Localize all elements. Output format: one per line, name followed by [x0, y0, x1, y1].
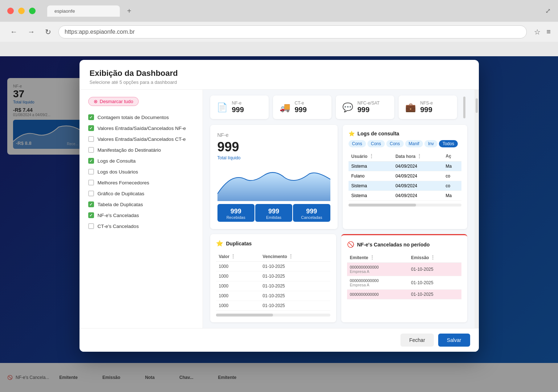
dup-row-2: 1000 01-10-2025 [216, 271, 330, 281]
tab-todos[interactable]: Todos [439, 140, 458, 147]
nfe-widget-title: NF-e [217, 132, 330, 138]
fechar-button[interactable]: Fechar [400, 334, 434, 347]
log-row-2: Fulano 04/09/2024 co [349, 171, 461, 181]
cancel-row-1: 0000000000000Empresa A 01-10-2025 [347, 263, 461, 276]
checkbox-nfe-canceladas[interactable] [88, 212, 94, 218]
emitidas-bar: 999 Emitidas [255, 204, 292, 222]
logs-scrollbar[interactable] [349, 204, 461, 207]
modal-title: Exibição da Dashboard [90, 69, 469, 78]
checkbox-valores-nfe[interactable] [88, 125, 94, 131]
canceladas-title: NF-e's Canceladas no período [357, 242, 430, 248]
address-bar[interactable]: https:app.espiaonfe.com.br [58, 25, 527, 38]
stat-cte-info: CT-e 999 [295, 101, 307, 114]
log-data-2: 04/09/2024 [392, 171, 443, 181]
log-data-1: 04/09/2024 [392, 162, 443, 171]
checkbox-logs-usuarios[interactable] [88, 169, 94, 175]
nfe-chart-bottom: 999 Recebidas 999 Emitidas 999 Cancelada… [217, 204, 330, 222]
forward-button[interactable]: → [25, 26, 38, 37]
maximize-btn[interactable] [29, 8, 36, 14]
stat-nfe-info: NF-e 999 [232, 101, 244, 114]
duplicatas-star-icon: ⭐ [216, 240, 223, 247]
col-usuario: Usuário ⋮ [349, 151, 393, 162]
tab-manif[interactable]: Manif [405, 140, 423, 147]
option-nfe-canceladas-label: NF-e's Canceladas [98, 213, 139, 218]
deselect-label: Desmarcar tudo [100, 99, 133, 104]
option-valores-nfe: Valores Entrada/Saída/Cancelados NF-e [88, 123, 194, 134]
modal-scrollbar[interactable] [474, 90, 479, 328]
canceladas-table: Emitente ⋮ Emissão ⋮ 0000000000000Empres… [347, 252, 461, 299]
dup-venc-4: 01-10-2025 [260, 291, 330, 301]
log-row-4: Sistema 04/09/2024 Ma [349, 191, 461, 201]
option-grafico-dup: Gráfico de Duplicatas [88, 188, 194, 199]
option-cte-cancelados-label: CT-e's Cancelados [98, 224, 139, 229]
browser-tab[interactable]: espiaonfe [47, 5, 120, 17]
checkbox-contagem[interactable] [88, 114, 94, 120]
stat-nfcsat: 💬 NFC-e/SAT 999 [336, 95, 394, 119]
checkbox-tabela-dup[interactable] [88, 201, 94, 207]
deselect-icon: ⊗ [94, 99, 98, 104]
stat-cte: 🚚 CT-e 999 [273, 95, 331, 119]
star-button[interactable]: ☆ [534, 28, 541, 36]
cancel-emitente-2: 0000000000000Empresa A [347, 276, 408, 290]
dup-venc-2: 01-10-2025 [260, 271, 330, 281]
option-melhores-label: Melhores Fornecedores [98, 180, 150, 185]
deselect-all-button[interactable]: ⊗ Desmarcar tudo [88, 97, 139, 106]
minimize-btn[interactable] [18, 8, 25, 14]
new-tab-button[interactable]: + [127, 7, 131, 15]
canceladas-header: 🚫 NF-e's Canceladas no período [347, 241, 461, 248]
checkbox-grafico-dup[interactable] [88, 191, 94, 196]
option-contagem: Contagem totais de Documentos [88, 112, 194, 123]
option-cte-cancelados: CT-e's Cancelados [88, 221, 194, 232]
log-data-4: 04/09/2024 [392, 191, 443, 201]
expand-icon: ⤢ [545, 7, 551, 15]
nfcsat-icon: 💬 [342, 102, 353, 113]
browser-chrome: espiaonfe + ⤢ ← → ↻ https:app.espiaonfe.… [0, 0, 558, 56]
tab-label: espiaonfe [54, 8, 75, 14]
tab-cons2[interactable]: Cons [367, 140, 385, 147]
cancel-emissao-2: 01-10-2025 [408, 276, 461, 290]
log-acao-2: co [443, 171, 461, 181]
cancel-col-emitente: Emitente ⋮ [347, 252, 408, 263]
menu-button[interactable]: ≡ [546, 28, 551, 36]
back-button[interactable]: ← [7, 26, 20, 37]
stat-nfse-label: NFS-e [420, 101, 433, 106]
browser-navbar: ← → ↻ https:app.espiaonfe.com.br ☆ ≡ [0, 22, 558, 42]
modal-body: ⊗ Desmarcar tudo Contagem totais de Docu… [80, 90, 479, 328]
stat-nfcsat-value: 999 [358, 106, 380, 114]
nfe-widget-sublabel: Total líquido [217, 155, 330, 160]
tab-cons1[interactable]: Cons [349, 140, 366, 147]
canceladas-icon: 🚫 [347, 241, 354, 248]
col-acao: Aç [443, 151, 461, 162]
checkbox-melhores[interactable] [88, 180, 94, 185]
cancel-emissao-3: 01-10-2025 [408, 290, 461, 299]
dup-venc-1: 01-10-2025 [260, 262, 330, 271]
logs-widget: ⭐ Logs de consulta Cons Cons Cons Manif … [343, 125, 467, 229]
modal-footer: Fechar Salvar [80, 328, 479, 352]
nfse-icon: 💼 [405, 102, 416, 113]
reload-button[interactable]: ↻ [42, 26, 54, 38]
checkbox-cte-cancelados[interactable] [88, 223, 94, 229]
browser-titlebar: espiaonfe + ⤢ [0, 0, 558, 22]
checkbox-valores-cte[interactable] [88, 136, 94, 142]
dup-row-3: 1000 01-10-2025 [216, 281, 330, 291]
logs-scrollbar-thumb [349, 204, 416, 207]
tab-cons3[interactable]: Cons [386, 140, 404, 147]
option-logs: Logs de Consulta [88, 155, 194, 166]
option-tabela-dup-label: Tabela de Duplicatas [98, 202, 143, 207]
cancel-col-emissao: Emissão ⋮ [408, 252, 461, 263]
option-logs-label: Logs de Consulta [98, 158, 136, 164]
salvar-button[interactable]: Salvar [438, 334, 470, 347]
dup-valor-4: 1000 [216, 291, 260, 301]
dup-venc-5: 01-10-2025 [260, 301, 330, 311]
tab-inv[interactable]: Inv [424, 140, 437, 147]
logs-widget-title: Logs de consulta [358, 131, 399, 136]
close-btn[interactable] [7, 8, 14, 14]
option-contagem-label: Contagem totais de Documentos [98, 115, 169, 120]
dup-col-valor: Valor ⋮ [216, 251, 260, 262]
dup-scrollbar[interactable] [216, 314, 330, 317]
logs-widget-header: ⭐ Logs de consulta [349, 131, 461, 136]
option-manifestacao-label: Manifestação do Destinatário [98, 147, 161, 153]
modal-header: Exibição da Dashboard Selecione até 5 op… [80, 60, 479, 90]
checkbox-logs[interactable] [88, 158, 94, 164]
checkbox-manifestacao[interactable] [88, 147, 94, 153]
